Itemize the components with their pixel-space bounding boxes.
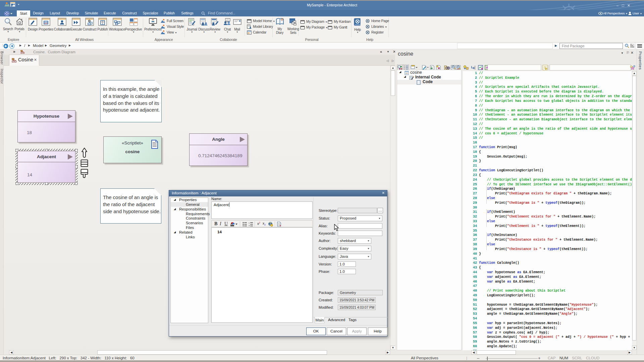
svg-text:1: 1 [249,222,250,224]
svg-text:3: 3 [249,225,250,226]
